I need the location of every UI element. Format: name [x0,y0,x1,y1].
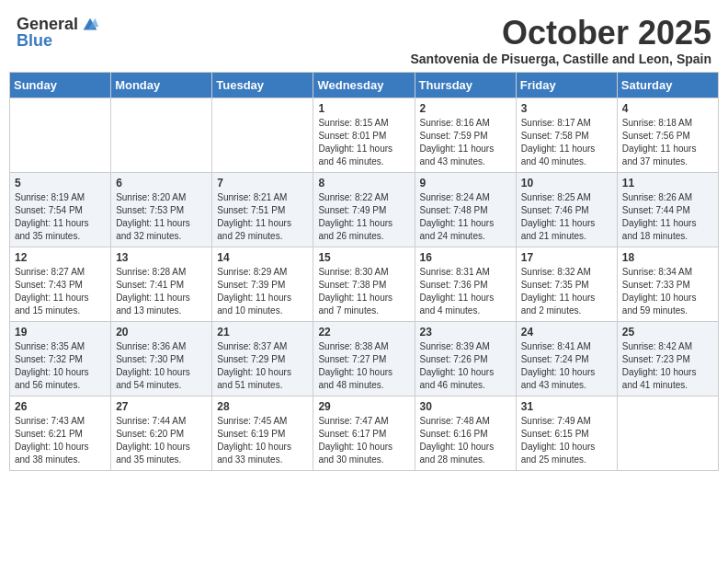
day-info: Sunrise: 8:15 AM Sunset: 8:01 PM Dayligh… [318,117,409,168]
calendar-cell: 23Sunrise: 8:39 AM Sunset: 7:26 PM Dayli… [415,321,516,396]
calendar-cell [10,98,111,172]
day-info: Sunrise: 8:24 AM Sunset: 7:48 PM Dayligh… [420,191,511,243]
day-header-friday: Friday [516,72,617,98]
day-number: 4 [622,102,713,115]
day-number: 26 [15,400,106,413]
calendar-cell: 31Sunrise: 7:49 AM Sunset: 6:15 PM Dayli… [516,396,617,470]
day-number: 16 [420,251,511,264]
day-info: Sunrise: 8:34 AM Sunset: 7:33 PM Dayligh… [622,266,713,317]
day-number: 9 [420,177,511,190]
day-info: Sunrise: 7:45 AM Sunset: 6:19 PM Dayligh… [217,415,308,466]
calendar-cell: 16Sunrise: 8:31 AM Sunset: 7:36 PM Dayli… [415,247,516,321]
calendar-cell: 4Sunrise: 8:18 AM Sunset: 7:56 PM Daylig… [617,98,718,172]
day-number: 23 [420,326,511,339]
day-number: 5 [15,177,106,190]
day-number: 21 [217,326,308,339]
calendar-cell: 28Sunrise: 7:45 AM Sunset: 6:19 PM Dayli… [212,396,313,470]
day-number: 8 [318,177,409,190]
day-info: Sunrise: 8:22 AM Sunset: 7:49 PM Dayligh… [318,191,409,243]
calendar-cell: 11Sunrise: 8:26 AM Sunset: 7:44 PM Dayli… [617,172,718,247]
calendar-cell: 29Sunrise: 7:47 AM Sunset: 6:17 PM Dayli… [313,396,415,470]
calendar-cell: 21Sunrise: 8:37 AM Sunset: 7:29 PM Dayli… [212,321,313,396]
title-block: October 2025 Santovenia de Pisuerga, Cas… [410,15,711,66]
day-number: 19 [15,326,106,339]
calendar-cell: 3Sunrise: 8:17 AM Sunset: 7:58 PM Daylig… [516,98,617,172]
day-header-monday: Monday [111,72,212,98]
day-info: Sunrise: 8:28 AM Sunset: 7:41 PM Dayligh… [116,266,207,317]
day-info: Sunrise: 8:39 AM Sunset: 7:26 PM Dayligh… [420,340,511,392]
calendar-cell: 5Sunrise: 8:19 AM Sunset: 7:54 PM Daylig… [10,172,111,247]
day-header-thursday: Thursday [415,72,516,98]
day-info: Sunrise: 8:17 AM Sunset: 7:58 PM Dayligh… [521,117,612,168]
day-info: Sunrise: 8:19 AM Sunset: 7:54 PM Dayligh… [15,191,106,243]
day-number: 10 [521,177,612,190]
calendar-header-row: SundayMondayTuesdayWednesdayThursdayFrid… [10,72,719,98]
calendar-week-row: 26Sunrise: 7:43 AM Sunset: 6:21 PM Dayli… [10,396,719,470]
day-number: 1 [318,102,409,115]
calendar-cell: 10Sunrise: 8:25 AM Sunset: 7:46 PM Dayli… [516,172,617,247]
day-number: 3 [521,102,612,115]
day-number: 17 [521,251,612,264]
calendar-cell: 13Sunrise: 8:28 AM Sunset: 7:41 PM Dayli… [111,247,212,321]
calendar-cell [111,98,212,172]
page-header: General Blue October 2025 Santovenia de … [9,9,719,68]
day-info: Sunrise: 8:18 AM Sunset: 7:56 PM Dayligh… [622,117,713,168]
day-info: Sunrise: 8:38 AM Sunset: 7:27 PM Dayligh… [318,340,409,392]
day-header-sunday: Sunday [10,72,111,98]
calendar-cell: 6Sunrise: 8:20 AM Sunset: 7:53 PM Daylig… [111,172,212,247]
day-header-saturday: Saturday [617,72,718,98]
month-title: October 2025 [410,15,711,52]
day-info: Sunrise: 8:36 AM Sunset: 7:30 PM Dayligh… [116,340,207,392]
calendar-cell: 8Sunrise: 8:22 AM Sunset: 7:49 PM Daylig… [313,172,415,247]
day-header-wednesday: Wednesday [313,72,415,98]
calendar-cell: 12Sunrise: 8:27 AM Sunset: 7:43 PM Dayli… [10,247,111,321]
day-number: 18 [622,251,713,264]
day-info: Sunrise: 8:30 AM Sunset: 7:38 PM Dayligh… [318,266,409,317]
day-info: Sunrise: 8:27 AM Sunset: 7:43 PM Dayligh… [15,266,106,317]
day-number: 31 [521,400,612,413]
day-info: Sunrise: 8:29 AM Sunset: 7:39 PM Dayligh… [217,266,308,317]
day-info: Sunrise: 8:26 AM Sunset: 7:44 PM Dayligh… [622,191,713,243]
calendar-cell: 15Sunrise: 8:30 AM Sunset: 7:38 PM Dayli… [313,247,415,321]
calendar-cell: 19Sunrise: 8:35 AM Sunset: 7:32 PM Dayli… [10,321,111,396]
day-info: Sunrise: 7:44 AM Sunset: 6:20 PM Dayligh… [116,415,207,466]
day-number: 28 [217,400,308,413]
calendar-cell: 17Sunrise: 8:32 AM Sunset: 7:35 PM Dayli… [516,247,617,321]
calendar-week-row: 1Sunrise: 8:15 AM Sunset: 8:01 PM Daylig… [10,98,719,172]
calendar-week-row: 5Sunrise: 8:19 AM Sunset: 7:54 PM Daylig… [10,172,719,247]
day-info: Sunrise: 8:21 AM Sunset: 7:51 PM Dayligh… [217,191,308,243]
day-info: Sunrise: 8:41 AM Sunset: 7:24 PM Dayligh… [521,340,612,392]
day-info: Sunrise: 7:43 AM Sunset: 6:21 PM Dayligh… [15,415,106,466]
day-info: Sunrise: 8:16 AM Sunset: 7:59 PM Dayligh… [420,117,511,168]
calendar-cell: 18Sunrise: 8:34 AM Sunset: 7:33 PM Dayli… [617,247,718,321]
calendar-cell: 22Sunrise: 8:38 AM Sunset: 7:27 PM Dayli… [313,321,415,396]
calendar-cell: 24Sunrise: 8:41 AM Sunset: 7:24 PM Dayli… [516,321,617,396]
calendar-cell [212,98,313,172]
day-info: Sunrise: 8:37 AM Sunset: 7:29 PM Dayligh… [217,340,308,392]
logo-icon [80,15,100,35]
day-number: 25 [622,326,713,339]
day-info: Sunrise: 7:48 AM Sunset: 6:16 PM Dayligh… [420,415,511,466]
day-number: 29 [318,400,409,413]
calendar-cell: 25Sunrise: 8:42 AM Sunset: 7:23 PM Dayli… [617,321,718,396]
calendar-week-row: 19Sunrise: 8:35 AM Sunset: 7:32 PM Dayli… [10,321,719,396]
calendar-cell: 7Sunrise: 8:21 AM Sunset: 7:51 PM Daylig… [212,172,313,247]
calendar-cell [617,396,718,470]
calendar-cell: 1Sunrise: 8:15 AM Sunset: 8:01 PM Daylig… [313,98,415,172]
calendar-cell: 14Sunrise: 8:29 AM Sunset: 7:39 PM Dayli… [212,247,313,321]
day-number: 2 [420,102,511,115]
calendar-week-row: 12Sunrise: 8:27 AM Sunset: 7:43 PM Dayli… [10,247,719,321]
logo: General Blue [17,15,100,51]
calendar-cell: 27Sunrise: 7:44 AM Sunset: 6:20 PM Dayli… [111,396,212,470]
calendar-cell: 9Sunrise: 8:24 AM Sunset: 7:48 PM Daylig… [415,172,516,247]
day-number: 6 [116,177,207,190]
day-info: Sunrise: 8:35 AM Sunset: 7:32 PM Dayligh… [15,340,106,392]
calendar-cell: 2Sunrise: 8:16 AM Sunset: 7:59 PM Daylig… [415,98,516,172]
day-info: Sunrise: 8:42 AM Sunset: 7:23 PM Dayligh… [622,340,713,392]
day-number: 14 [217,251,308,264]
day-info: Sunrise: 7:47 AM Sunset: 6:17 PM Dayligh… [318,415,409,466]
calendar-cell: 26Sunrise: 7:43 AM Sunset: 6:21 PM Dayli… [10,396,111,470]
day-number: 20 [116,326,207,339]
day-info: Sunrise: 8:25 AM Sunset: 7:46 PM Dayligh… [521,191,612,243]
day-header-tuesday: Tuesday [212,72,313,98]
